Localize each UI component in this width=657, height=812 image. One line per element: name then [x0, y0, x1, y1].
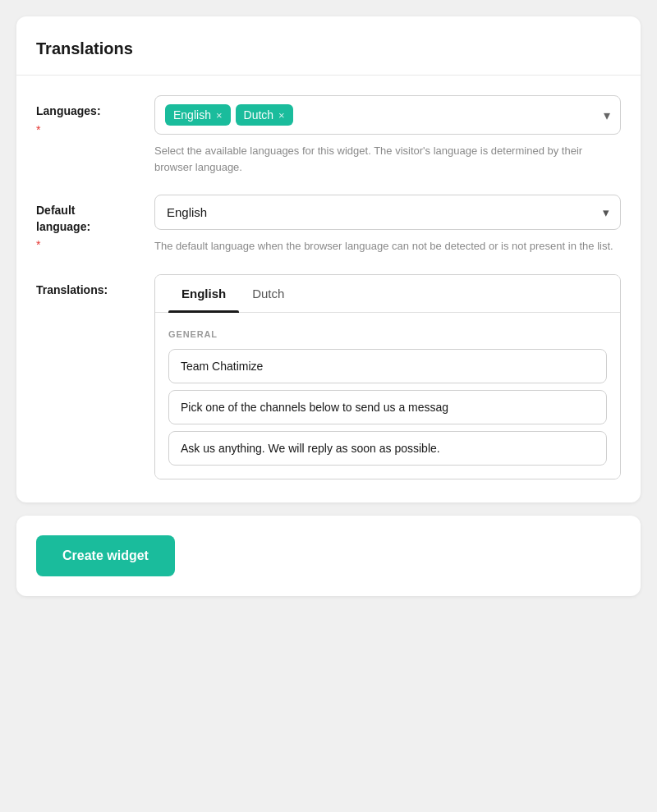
pick-channel-input[interactable]: [168, 390, 607, 424]
divider: [16, 75, 641, 76]
ask-anything-input[interactable]: [168, 431, 607, 466]
footer-card: Create widget: [16, 516, 641, 596]
team-name-input[interactable]: [168, 349, 607, 383]
tag-dutch: Dutch ×: [236, 104, 293, 126]
default-language-required: *: [36, 238, 135, 251]
tabs-header: English Dutch: [155, 275, 620, 313]
languages-tags-input[interactable]: English × Dutch × ▾: [154, 95, 621, 135]
tab-dutch[interactable]: Dutch: [239, 275, 297, 312]
default-language-helper-text: The default language when the browser la…: [154, 238, 621, 255]
page-title: Translations: [36, 39, 621, 58]
page-wrapper: Translations Languages: * English × Dutc…: [16, 16, 641, 596]
languages-dropdown-arrow: ▾: [604, 108, 610, 123]
translations-row: Translations: English Dutch GENERAL: [36, 274, 621, 479]
tag-dutch-label: Dutch: [244, 108, 274, 122]
default-language-row: Defaultlanguage: * English Dutch ▾ The d…: [36, 195, 621, 255]
create-widget-button[interactable]: Create widget: [36, 535, 175, 576]
languages-label-col: Languages: *: [36, 95, 135, 175]
tag-dutch-remove[interactable]: ×: [278, 110, 285, 121]
languages-label: Languages:: [36, 103, 135, 120]
translations-label: Translations:: [36, 282, 135, 299]
tag-english: English ×: [165, 104, 231, 126]
default-language-select[interactable]: English Dutch: [154, 195, 621, 230]
languages-row: Languages: * English × Dutch ×: [36, 95, 621, 175]
languages-required: *: [36, 123, 135, 136]
languages-content: English × Dutch × ▾ Select the available…: [154, 95, 621, 175]
default-language-label-col: Defaultlanguage: *: [36, 195, 135, 255]
languages-helper-text: Select the available languages for this …: [154, 143, 621, 175]
tab-english[interactable]: English: [168, 275, 239, 312]
general-section-label: GENERAL: [168, 329, 607, 339]
tag-english-label: English: [173, 108, 211, 122]
tag-english-remove[interactable]: ×: [216, 110, 223, 121]
default-language-select-wrapper: English Dutch ▾: [154, 195, 621, 230]
default-language-content: English Dutch ▾ The default language whe…: [154, 195, 621, 255]
translations-label-col: Translations:: [36, 274, 135, 479]
tabs-body: GENERAL: [155, 313, 620, 479]
default-language-label: Defaultlanguage:: [36, 203, 135, 235]
tags-area: English × Dutch ×: [165, 104, 597, 126]
translations-content: English Dutch GENERAL: [154, 274, 621, 479]
main-card: Translations Languages: * English × Dutc…: [16, 16, 641, 502]
